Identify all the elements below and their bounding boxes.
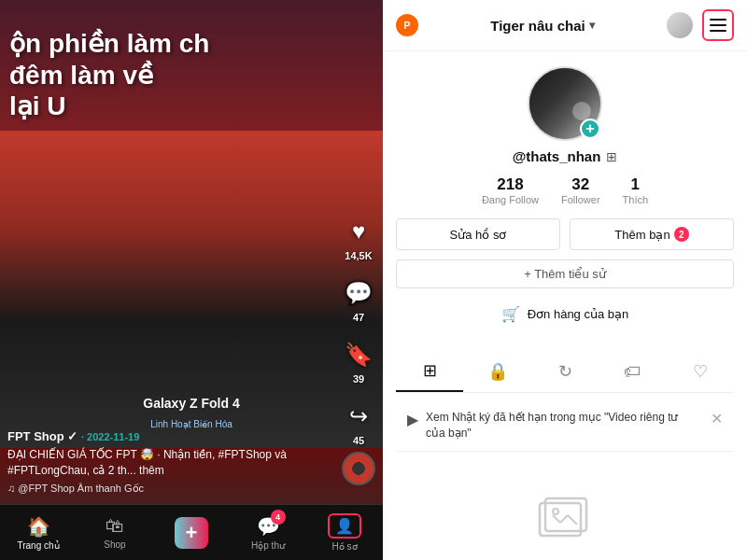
friend-request-badge: 2 <box>674 227 689 242</box>
video-author: FPT Shop ✓ · 2022-11-19 <box>7 429 331 443</box>
followers-label: Follower <box>561 194 600 205</box>
bookmark-icon: 🔖 <box>342 338 375 371</box>
add-bio-button[interactable]: + Thêm tiểu sử <box>396 259 734 288</box>
nav-inbox[interactable]: 💬 4 Hộp thư <box>230 515 306 551</box>
profile-body: + @thats_nhan ⊞ 218 Đang Follow 32 Follo… <box>383 51 747 560</box>
header-avatar <box>667 12 693 38</box>
username-row: @thats_nhan ⊞ <box>513 148 618 164</box>
avatar-wrapper: + <box>528 66 602 141</box>
nav-profile-label: Hồ sơ <box>332 541 358 552</box>
nav-inbox-label: Hộp thư <box>251 540 285 551</box>
tag-icon: 🏷 <box>624 362 641 382</box>
profile-nav-wrapper: 👤 <box>328 513 361 539</box>
p-badge: P <box>396 14 418 36</box>
profile-tabs: ⊞ 🔒 ↻ 🏷 ♡ <box>396 351 734 393</box>
avatar-plus-badge[interactable]: + <box>580 119 600 139</box>
tab-videos[interactable]: ⊞ <box>396 351 463 392</box>
memory-image-icon <box>532 489 598 554</box>
bookmark-action[interactable]: 🔖 39 <box>342 338 375 385</box>
tab-liked[interactable]: ♡ <box>667 351 734 392</box>
bottom-navigation: 🏠 Trang chủ 🛍 Shop + 💬 4 Hộp thư 👤 Hồ sơ <box>0 504 383 560</box>
qr-icon[interactable]: ⊞ <box>606 149 617 164</box>
likes-stat[interactable]: 1 Thích <box>623 175 649 205</box>
orders-text: Đơn hàng của bạn <box>528 307 629 321</box>
heart-icon: ♥ <box>342 215 375 248</box>
galaxy-product-name: Galaxy Z Fold 4 <box>143 396 239 411</box>
video-feed-panel: ộn phiền làm ch đêm làm về lại U #1LAPTO… <box>0 0 383 560</box>
video-music: ♫ @FPT Shop Âm thanh Gốc <box>7 483 331 495</box>
verified-badge: · 2022-11-19 <box>81 431 139 442</box>
menu-line-2 <box>710 24 726 26</box>
bookmark-count: 39 <box>353 373 364 385</box>
notification-text: Xem Nhật ký đã hết hạn trong mục "Video … <box>426 410 699 441</box>
following-stat[interactable]: 218 Đang Follow <box>482 175 539 205</box>
chevron-down-icon: ▾ <box>589 19 595 32</box>
profile-panel: P Tiger nâu chai ▾ + @thats_ <box>383 0 747 560</box>
svg-line-4 <box>568 515 577 525</box>
share-icon: ↪ <box>342 399 375 433</box>
memory-section: Chia sẻ ảnh hoài niệm Tải lên <box>396 452 734 560</box>
play-icon: ▶ <box>407 411 418 428</box>
cart-icon: 🛒 <box>501 305 520 323</box>
svg-line-3 <box>560 515 568 523</box>
video-description: ĐẠI CHIẾN GIÁ TỐC FPT 🤯 · Nhận tiền, #FP… <box>7 447 331 479</box>
create-icon: + <box>175 517 209 549</box>
header-username[interactable]: Tiger nâu chai ▾ <box>490 18 594 34</box>
nav-home[interactable]: 🏠 Trang chủ <box>0 515 77 551</box>
profile-username: @thats_nhan <box>513 148 601 164</box>
comment-icon: 💬 <box>342 276 375 310</box>
nav-shop[interactable]: 🛍 Shop <box>77 515 153 550</box>
svg-line-2 <box>553 515 560 523</box>
profile-header: P Tiger nâu chai ▾ <box>383 0 747 51</box>
comment-count: 47 <box>353 312 364 323</box>
nav-shop-label: Shop <box>104 539 125 550</box>
likes-count: 1 <box>631 175 640 194</box>
add-friend-button[interactable]: Thêm bạn 2 <box>570 218 734 250</box>
shop-icon: 🛍 <box>106 515 124 537</box>
header-right-actions <box>667 9 734 41</box>
followers-stat[interactable]: 32 Follower <box>561 175 600 205</box>
menu-line-3 <box>710 30 726 32</box>
tab-repost[interactable]: ↻ <box>531 351 599 392</box>
stats-row: 218 Đang Follow 32 Follower 1 Thích <box>482 175 648 205</box>
nav-create[interactable]: + <box>153 517 230 549</box>
menu-line-1 <box>710 19 726 21</box>
video-overlay-text: ộn phiền làm ch đêm làm về lại U <box>9 28 209 122</box>
repost-icon: ↻ <box>558 361 572 382</box>
edit-profile-button[interactable]: Sửa hồ sơ <box>396 218 560 250</box>
inbox-badge: 4 <box>271 510 286 525</box>
music-record-icon <box>342 452 375 485</box>
like-action[interactable]: ♥ 14,5K <box>342 215 375 261</box>
avatar-section: + @thats_nhan ⊞ 218 Đang Follow 32 Follo… <box>396 66 734 340</box>
nav-home-label: Trang chủ <box>17 540 59 551</box>
following-label: Đang Follow <box>482 194 539 205</box>
tab-private[interactable]: 🔒 <box>463 351 530 392</box>
likes-label: Thích <box>623 194 649 205</box>
profile-icon: 👤 <box>335 517 354 535</box>
home-icon: 🏠 <box>27 515 50 538</box>
heart-outline-icon: ♡ <box>693 361 708 382</box>
notification-banner: ▶ Xem Nhật ký đã hết hạn trong mục "Vide… <box>396 400 734 452</box>
share-count: 45 <box>353 435 364 446</box>
nav-profile[interactable]: 👤 Hồ sơ <box>306 513 383 552</box>
video-actions: ♥ 14,5K 💬 47 🔖 39 ↪ 45 <box>342 215 375 446</box>
menu-button[interactable] <box>702 9 734 41</box>
video-background: ộn phiền làm ch đêm làm về lại U #1LAPTO… <box>0 0 383 560</box>
followers-count: 32 <box>571 175 589 194</box>
profile-action-buttons: Sửa hồ sơ Thêm bạn 2 <box>396 218 734 250</box>
tab-tagged[interactable]: 🏷 <box>599 351 666 392</box>
svg-point-5 <box>553 509 558 514</box>
like-count: 14,5K <box>345 250 372 261</box>
following-count: 218 <box>497 175 523 194</box>
lock-icon: 🔒 <box>487 361 508 382</box>
share-action[interactable]: ↪ 45 <box>342 399 375 446</box>
close-notification-button[interactable]: ✕ <box>711 410 723 427</box>
video-info: FPT Shop ✓ · 2022-11-19 ĐẠI CHIẾN GIÁ TỐ… <box>7 429 331 495</box>
grid-icon: ⊞ <box>423 360 437 381</box>
galaxy-product-sub: Linh Hoạt Biến Hóa <box>150 419 233 429</box>
comment-action[interactable]: 💬 47 <box>342 276 375 323</box>
orders-row[interactable]: 🛒 Đơn hàng của bạn <box>501 298 629 330</box>
